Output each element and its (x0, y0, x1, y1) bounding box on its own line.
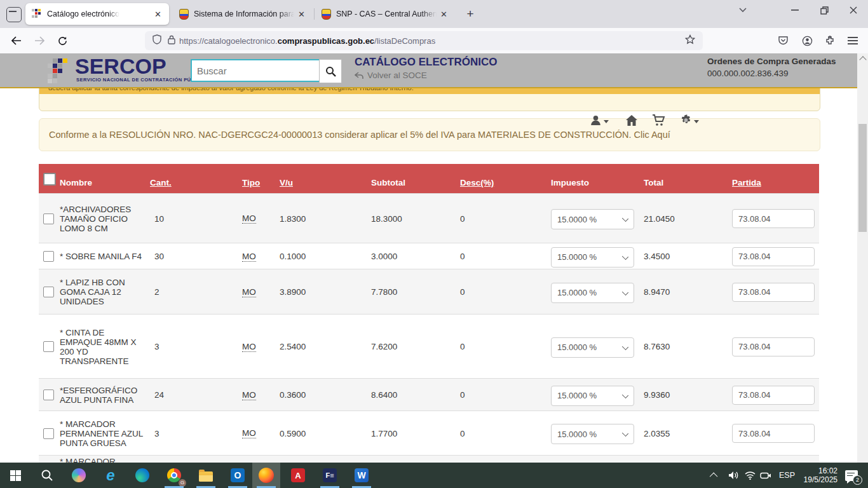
row-checkbox[interactable] (43, 315, 54, 379)
row-checkbox[interactable] (43, 243, 54, 269)
start-button[interactable] (1, 463, 29, 488)
hamburger-menu-icon[interactable] (844, 32, 862, 50)
partida-input[interactable] (732, 337, 815, 356)
row-checkbox[interactable] (43, 194, 54, 243)
back-icon[interactable] (8, 32, 25, 50)
row-checkbox[interactable] (43, 411, 54, 456)
tab-sistema-informacion[interactable]: Sistema de Información para lo ✕ (173, 3, 313, 25)
cell-vu: 0.5900 (280, 411, 306, 456)
extensions-puzzle-icon[interactable] (821, 32, 839, 50)
notification-badge: 2 (853, 475, 862, 485)
chrome-icon[interactable]: G (160, 463, 188, 488)
bookmark-star-icon[interactable] (685, 34, 695, 47)
notification-center-icon[interactable]: 2 (845, 463, 858, 488)
cell-tipo[interactable]: MO (242, 411, 256, 456)
firefox-icon[interactable] (252, 463, 280, 488)
firefox-view-icon[interactable] (6, 7, 22, 22)
table-header-row: Nombre Cant. Tipo V/u Subtotal Desc(%) I… (39, 164, 819, 193)
tab-close-icon[interactable]: ✕ (438, 8, 450, 20)
search-input[interactable] (192, 65, 319, 76)
copilot-icon[interactable] (65, 463, 93, 488)
partida-input[interactable] (732, 283, 815, 302)
cell-total: 3.4500 (644, 243, 670, 269)
pocket-icon[interactable] (774, 32, 792, 50)
tab-close-icon[interactable]: ✕ (152, 8, 164, 20)
partida-input[interactable] (732, 209, 815, 228)
account-icon[interactable] (798, 32, 816, 50)
cell-nombre: * LAPIZ HB CON GOMA CAJA 12 UNIDADES (60, 269, 147, 315)
page-scrollbar[interactable] (857, 53, 868, 463)
meet-now-icon[interactable] (760, 463, 771, 488)
cell-tipo[interactable]: MO (242, 243, 256, 269)
tracking-shield-icon[interactable] (153, 34, 161, 47)
internet-explorer-icon[interactable]: e (97, 463, 125, 488)
list-tabs-icon[interactable] (728, 0, 757, 20)
col-cant[interactable]: Cant. (150, 178, 172, 187)
tab-catalogo-electronico[interactable]: Catálogo electrónico ✕ (25, 3, 169, 25)
sercop-wordmark[interactable]: SERCOP (75, 55, 166, 78)
resolution-notice-text[interactable]: Conforme a la RESOLUCIÓN NRO. NAC-DGERCG… (49, 130, 670, 140)
url-bar[interactable]: https://catalogoelectronico.compraspubli… (145, 31, 703, 50)
chevron-down-icon (622, 391, 628, 398)
window-minimize-button[interactable] (780, 0, 810, 20)
home-icon[interactable] (625, 114, 638, 126)
impuesto-select[interactable]: 15.0000 % (551, 247, 634, 268)
word-icon[interactable]: W (348, 463, 376, 488)
select-all-checkbox[interactable] (43, 173, 56, 186)
col-desc[interactable]: Desc(%) (460, 178, 494, 187)
outlook-icon[interactable]: O (224, 463, 252, 488)
wifi-icon[interactable] (745, 463, 756, 488)
forward-icon[interactable] (31, 32, 48, 50)
cell-tipo[interactable]: MO (242, 315, 256, 379)
scrollbar-thumb[interactable] (858, 124, 867, 232)
partida-input[interactable] (732, 247, 815, 266)
cell-tipo[interactable]: MO (242, 379, 256, 411)
partida-input[interactable] (732, 424, 815, 443)
scrollbar-up-arrow[interactable] (859, 56, 866, 63)
cell-desc: 0 (460, 194, 465, 243)
new-tab-button[interactable]: + (463, 6, 478, 22)
cell-desc: 0 (460, 411, 465, 456)
search-button[interactable] (319, 59, 342, 83)
language-indicator[interactable]: ESP (779, 463, 795, 488)
resolution-notice[interactable]: Conforme a la RESOLUCIÓN NRO. NAC-DGERCG… (39, 118, 820, 151)
cell-nombre: * CINTA DE EMPAQUE 48MM X 200 YD TRANSPA… (60, 315, 147, 379)
volume-icon[interactable] (728, 463, 739, 488)
impuesto-select[interactable]: 15.0000 % (551, 424, 634, 444)
col-vu[interactable]: V/u (280, 178, 293, 187)
cell-tipo[interactable]: MO (242, 269, 256, 315)
search-box[interactable] (191, 59, 320, 82)
tab-close-icon[interactable]: ✕ (295, 8, 308, 20)
row-checkbox[interactable] (43, 269, 54, 315)
cell-desc: 0 (460, 315, 465, 379)
tab-snp-cas[interactable]: SNP - CAS – Central Authentica ✕ (315, 3, 455, 25)
url-text: https://catalogoelectronico.compraspubli… (179, 36, 435, 46)
window-restore-button[interactable] (810, 0, 839, 20)
impuesto-select[interactable]: 15.0000 % (551, 209, 634, 229)
impuesto-select[interactable]: 15.0000 % (551, 337, 634, 358)
impuesto-select[interactable]: 15.0000 % (551, 283, 634, 303)
col-partida[interactable]: Partida (732, 178, 761, 187)
edge-icon[interactable] (128, 463, 156, 488)
file-explorer-icon[interactable] (192, 463, 220, 488)
lock-icon[interactable] (168, 35, 175, 47)
cell-tipo[interactable]: MO (242, 194, 256, 243)
tray-chevron-icon[interactable] (712, 463, 717, 488)
impuesto-select[interactable]: 15.0000 % (551, 386, 634, 406)
taskbar-search-icon[interactable] (33, 463, 61, 488)
user-menu-icon[interactable] (590, 114, 609, 126)
col-tipo[interactable]: Tipo (242, 178, 260, 187)
tab-title: SNP - CAS – Central Authentica (336, 10, 437, 18)
settings-gear-icon[interactable] (680, 114, 699, 126)
reload-icon[interactable] (53, 32, 71, 50)
chevron-down-icon (622, 253, 628, 259)
partida-input[interactable] (732, 386, 815, 405)
fes-app-icon[interactable]: F≡ (316, 463, 344, 488)
row-checkbox[interactable] (43, 379, 54, 411)
clock[interactable]: 16:0219/5/2025 (802, 463, 837, 488)
sercop-logo-icon[interactable] (48, 58, 73, 84)
cart-icon[interactable] (652, 114, 665, 126)
window-close-button[interactable] (839, 0, 868, 20)
volver-al-soce-link[interactable]: Volver al SOCE (355, 71, 427, 80)
acrobat-icon[interactable]: A (284, 463, 312, 488)
